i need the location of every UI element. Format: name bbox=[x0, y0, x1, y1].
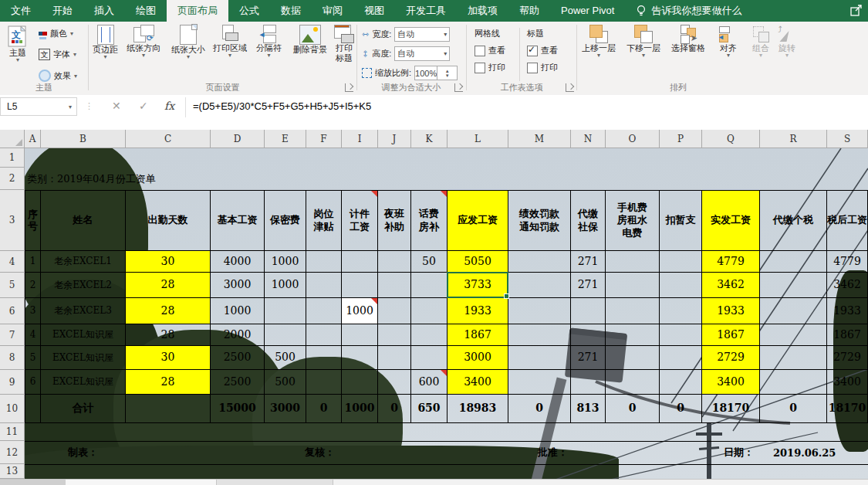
cell-I3[interactable]: 计件 工资 bbox=[342, 190, 378, 251]
cell-Q10[interactable]: 18170 bbox=[702, 395, 760, 423]
cell-Q9[interactable]: 3400 bbox=[702, 370, 760, 395]
cell-I4[interactable] bbox=[342, 251, 378, 273]
cell-A3[interactable]: 序号 bbox=[25, 190, 41, 251]
cell-J7[interactable] bbox=[378, 324, 411, 346]
cell-B10[interactable]: 合计 bbox=[41, 395, 126, 423]
cell-B6[interactable]: 老余EXCEL3 bbox=[41, 298, 126, 324]
gridlines-print-checkbox[interactable]: 打印 bbox=[475, 62, 505, 73]
cell-O7[interactable] bbox=[606, 324, 660, 346]
cell-R5[interactable] bbox=[760, 273, 827, 298]
cell-L5[interactable]: 3733 bbox=[448, 273, 508, 298]
cell-M5[interactable] bbox=[508, 273, 571, 298]
row-header-2[interactable]: 2 bbox=[0, 168, 25, 190]
column-header-K[interactable]: K bbox=[411, 130, 448, 148]
cell-F3[interactable]: 岗位 津贴 bbox=[306, 190, 342, 251]
orientation-button[interactable]: ⟳ 纸张方向▾ bbox=[127, 25, 160, 58]
cell-E6[interactable] bbox=[265, 298, 306, 324]
cell-K8[interactable] bbox=[411, 346, 448, 370]
cell-Q6[interactable]: 1933 bbox=[702, 298, 760, 324]
column-header-B[interactable]: B bbox=[41, 130, 126, 148]
row-header-8[interactable]: 8 bbox=[0, 346, 25, 370]
cell-D8[interactable]: 2500 bbox=[211, 346, 265, 370]
ribbon-tab[interactable]: 页面布局 bbox=[167, 0, 228, 22]
cell-C10[interactable] bbox=[126, 395, 211, 423]
theme-colors-button[interactable]: 颜色▾ bbox=[39, 28, 73, 39]
sheet-tab[interactable] bbox=[66, 480, 217, 485]
cell-N7[interactable] bbox=[571, 324, 606, 346]
cell-F10[interactable]: 0 bbox=[306, 395, 342, 423]
cell-L4[interactable]: 5050 bbox=[448, 251, 508, 273]
cell-I6[interactable]: 1000 bbox=[342, 298, 378, 324]
cell-S5[interactable]: 3462 bbox=[827, 273, 868, 298]
headings-view-checkbox[interactable]: 查看 bbox=[527, 45, 558, 56]
cell-S6[interactable]: 1933 bbox=[827, 298, 868, 324]
selection-pane-button[interactable]: ➤ 选择窗格 bbox=[671, 25, 705, 53]
cell-P8[interactable] bbox=[660, 346, 702, 370]
sheet-tabs-strip[interactable] bbox=[0, 479, 868, 485]
cell-D6[interactable]: 1000 bbox=[211, 298, 265, 324]
bring-forward-button[interactable]: 上移一层▾ bbox=[582, 25, 616, 58]
insert-function-icon[interactable]: fx bbox=[164, 100, 174, 112]
ribbon-tab[interactable]: 公式 bbox=[228, 0, 270, 22]
cell-B5[interactable]: 老余EXCEL2 bbox=[41, 273, 126, 298]
scale-spinner[interactable]: ▲▼ bbox=[437, 66, 457, 80]
themes-button[interactable]: 文 主题▾ bbox=[6, 25, 29, 63]
row-header-9[interactable]: 9 bbox=[0, 370, 25, 395]
cell-E4[interactable]: 1000 bbox=[265, 251, 306, 273]
cell-R8[interactable] bbox=[760, 346, 827, 370]
cell-F5[interactable] bbox=[306, 273, 342, 298]
ribbon-tab[interactable]: 插入 bbox=[83, 0, 125, 22]
cell-N3[interactable]: 代缴 社保 bbox=[571, 190, 606, 251]
cell-L7[interactable]: 1867 bbox=[448, 324, 508, 346]
cell-I5[interactable] bbox=[342, 273, 378, 298]
cell-Q8[interactable]: 2729 bbox=[702, 346, 760, 370]
cell-L6[interactable]: 1933 bbox=[448, 298, 508, 324]
cell-M9[interactable] bbox=[508, 370, 571, 395]
cell-F4[interactable] bbox=[306, 251, 342, 273]
column-header-R[interactable]: R bbox=[760, 130, 827, 148]
ribbon-tab[interactable]: 文件 bbox=[0, 0, 42, 22]
cell-E9[interactable]: 500 bbox=[265, 370, 306, 395]
cell-S4[interactable]: 4779 bbox=[827, 251, 868, 273]
column-header-C[interactable]: C bbox=[126, 130, 211, 148]
headings-print-checkbox[interactable]: 打印 bbox=[527, 62, 558, 73]
cell-S9[interactable]: 3400 bbox=[827, 370, 868, 395]
cell-Q7[interactable]: 1867 bbox=[702, 324, 760, 346]
row-header-13[interactable]: 13 bbox=[0, 464, 25, 479]
column-header-F[interactable]: F bbox=[306, 130, 342, 148]
cell-N4[interactable]: 271 bbox=[571, 251, 606, 273]
cell-P3[interactable]: 扣暂支 bbox=[660, 190, 702, 251]
cancel-icon[interactable]: ✕ bbox=[112, 100, 121, 112]
cell-O6[interactable] bbox=[606, 298, 660, 324]
ribbon-tab[interactable]: 加载项 bbox=[457, 0, 508, 22]
row-header-4[interactable]: 4 bbox=[0, 251, 25, 273]
cell-S7[interactable]: 1867 bbox=[827, 324, 868, 346]
cell-R4[interactable] bbox=[760, 251, 827, 273]
cell-S10[interactable]: 18170 bbox=[827, 395, 868, 423]
print-area-button[interactable]: 打印区域▾ bbox=[213, 25, 247, 58]
cell-R9[interactable] bbox=[760, 370, 827, 395]
cell-B9[interactable]: EXCEL知识屋 bbox=[41, 370, 126, 395]
column-header-D[interactable]: D bbox=[211, 130, 265, 148]
cell-O5[interactable] bbox=[606, 273, 660, 298]
cell-A6[interactable]: 3 bbox=[25, 298, 41, 324]
ribbon-tab[interactable]: 审阅 bbox=[312, 0, 353, 22]
column-header-A[interactable]: A bbox=[25, 130, 41, 148]
cell-E3[interactable]: 保密费 bbox=[265, 190, 306, 251]
cell-K4[interactable]: 50 bbox=[411, 251, 448, 273]
cell-Q4[interactable]: 4779 bbox=[702, 251, 760, 273]
cell-R10[interactable]: 0 bbox=[760, 395, 827, 423]
size-button[interactable]: 纸张大小▾ bbox=[171, 25, 205, 59]
cell-N10[interactable]: 813 bbox=[571, 395, 606, 423]
cell-A9[interactable]: 6 bbox=[25, 370, 41, 395]
cell-D4[interactable]: 4000 bbox=[211, 251, 265, 273]
cell-B3[interactable]: 姓名 bbox=[41, 190, 126, 251]
column-header-N[interactable]: N bbox=[571, 130, 606, 148]
cell-I10[interactable]: 1000 bbox=[342, 395, 378, 423]
row-header-6[interactable]: 6 bbox=[0, 298, 25, 324]
column-header-I[interactable]: I bbox=[342, 130, 378, 148]
print-titles-button[interactable]: 打印标题 bbox=[332, 25, 356, 63]
cell-P7[interactable] bbox=[660, 324, 702, 346]
scale-dialog-launcher[interactable] bbox=[454, 83, 463, 92]
cell-K6[interactable] bbox=[411, 298, 448, 324]
